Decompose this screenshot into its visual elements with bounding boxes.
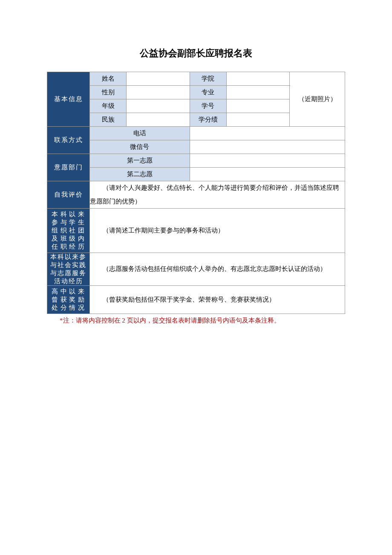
section-selfeval: 自我评价 <box>47 181 90 209</box>
application-form: 基本信息 姓名 学院 （近期照片） 性别 专业 年级 学号 民族 学分绩 联系方… <box>47 72 345 314</box>
label-gender: 性别 <box>90 86 127 99</box>
input-grade[interactable] <box>127 99 190 113</box>
label-wechat: 微信号 <box>90 140 190 154</box>
input-major[interactable] <box>226 86 290 99</box>
input-ethnic[interactable] <box>127 113 190 127</box>
label-grade: 年级 <box>90 99 127 113</box>
input-phone[interactable] <box>190 127 345 140</box>
input-volexp[interactable]: （志愿服务活动包括任何组织或个人举办的、有志愿北京志愿时长认证的活动） <box>90 253 345 286</box>
input-name[interactable] <box>127 72 190 86</box>
form-title: 公益协会副部长应聘报名表 <box>47 47 345 60</box>
input-wechat[interactable] <box>190 140 345 154</box>
input-awards[interactable]: （曾获奖励包括但不限于奖学金、荣誉称号、竞赛获奖情况） <box>90 286 345 314</box>
section-orgexp: 本科以来参与学生组织社团及班级内任职经历 <box>47 209 90 253</box>
section-basic: 基本信息 <box>47 72 90 127</box>
section-contact: 联系方式 <box>47 127 90 154</box>
label-phone: 电话 <box>90 127 190 140</box>
label-first-choice: 第一志愿 <box>90 154 190 168</box>
section-preference: 意愿部门 <box>47 154 90 181</box>
section-awards: 高中以来曾获奖励处分情况 <box>47 286 90 314</box>
label-stuid: 学号 <box>190 99 226 113</box>
label-school: 学院 <box>190 72 226 86</box>
label-gpa: 学分绩 <box>190 113 226 127</box>
label-second-choice: 第二志愿 <box>90 168 190 181</box>
section-volexp: 本科以来参与社会实践与志愿服务活动经历 <box>47 253 90 286</box>
input-stuid[interactable] <box>226 99 290 113</box>
input-second-choice[interactable] <box>190 168 345 181</box>
input-first-choice[interactable] <box>190 154 345 168</box>
input-school[interactable] <box>226 72 290 86</box>
label-major: 专业 <box>190 86 226 99</box>
input-gpa[interactable] <box>226 113 290 127</box>
input-selfeval[interactable]: （请对个人兴趣爱好、优点特长、个人能力等进行简要介绍和评价，并适当陈述应聘意愿部… <box>90 181 345 209</box>
photo-placeholder[interactable]: （近期照片） <box>290 72 345 127</box>
label-name: 姓名 <box>90 72 127 86</box>
form-note: *注：请将内容控制在 2 页以内，提交报名表时请删除括号内语句及本条注释。 <box>47 317 345 325</box>
input-gender[interactable] <box>127 86 190 99</box>
label-ethnic: 民族 <box>90 113 127 127</box>
input-orgexp[interactable]: （请简述工作期间主要参与的事务和活动） <box>90 209 345 253</box>
